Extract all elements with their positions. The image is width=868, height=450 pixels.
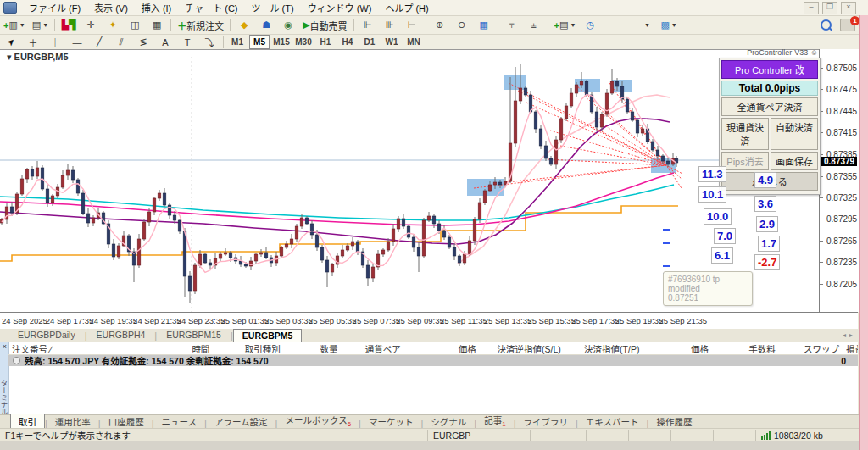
line-chart-icon[interactable]: ⊢ <box>402 17 422 33</box>
terminal-tab-0[interactable]: 取引 <box>10 414 45 429</box>
price-axis[interactable]: 0.875050.874750.874450.874150.873850.873… <box>819 49 859 312</box>
timeframe-w1-button[interactable]: W1 <box>381 35 402 49</box>
column-header-11[interactable]: 損益 <box>846 342 858 354</box>
balance-text: 残高: 154 570 JPY 有効証拠金: 154 570 余剰証拠金: 15… <box>25 354 269 367</box>
search-icon[interactable] <box>815 17 836 33</box>
tile-windows-icon[interactable]: ▦ <box>474 17 494 33</box>
terminal-tab-4[interactable]: アラーム設定 <box>207 414 275 429</box>
template-dropdown-icon[interactable]: ▩▼ <box>658 17 679 33</box>
shapes-tool-icon[interactable]: ⤵ <box>199 34 220 50</box>
web-icon[interactable]: ◉ <box>278 17 298 33</box>
toolbar-separator <box>548 19 548 31</box>
terminal-tab-9[interactable]: ライブラリ <box>516 414 576 429</box>
fibonacci-tool-icon[interactable]: ≶ <box>133 34 153 50</box>
hline-tool-icon[interactable]: — <box>67 34 87 50</box>
channel-tool-icon[interactable]: ⫽ <box>111 34 131 50</box>
terminal-tab-1[interactable]: 運用比率 <box>47 414 98 429</box>
terminal-tab-2[interactable]: 口座履歴 <box>101 414 152 429</box>
smiley-icon[interactable]: ☺ <box>810 48 818 57</box>
terminal-tab-3[interactable]: ニュース <box>154 414 204 429</box>
timeframe-h1-button[interactable]: H1 <box>315 35 336 49</box>
menu-ウ[interactable]: ウィンドウ (W) <box>301 0 379 15</box>
zoom-out-icon[interactable]: ⊖ <box>452 17 472 33</box>
tab-scroll-arrows[interactable]: ◂▸ <box>843 331 856 339</box>
community-icon[interactable]: ☗ <box>256 17 276 33</box>
screen-save-button[interactable]: 画面保存 <box>771 152 818 170</box>
close-all-pairs-button[interactable]: 全通貨ペア決済 <box>721 97 818 116</box>
clock-icon[interactable]: ◷ <box>580 17 600 33</box>
column-header-8[interactable]: 価格 <box>646 342 715 354</box>
arrange-up-icon[interactable]: ⫧ <box>502 17 522 33</box>
menu-挿[interactable]: 挿入 (I) <box>135 0 178 15</box>
menu-ヘ[interactable]: ヘルプ (H) <box>378 0 435 15</box>
column-header-2[interactable]: 取引種別 <box>216 342 287 354</box>
candles-group <box>0 64 678 303</box>
column-header-1[interactable]: 時間 <box>136 342 216 354</box>
timeframe-m5-button[interactable]: M5 <box>249 35 270 49</box>
new-order-button[interactable]: ＋新規注文 <box>175 17 226 33</box>
time-axis[interactable]: 24 Sep 202524 Sep 17:3524 Sep 19:3524 Se… <box>0 312 858 330</box>
terminal-tab-8[interactable]: 記事1 <box>476 413 513 429</box>
column-header-4[interactable]: 通貨ペア <box>345 342 408 354</box>
strategy-tester-icon[interactable]: ▦ <box>147 17 167 33</box>
column-header-3[interactable]: 数量 <box>287 342 345 354</box>
timeframe-m30-button[interactable]: M30 <box>293 35 314 49</box>
timeframe-h4-button[interactable]: H4 <box>337 35 358 49</box>
balance-row[interactable]: 残高: 154 570 JPY 有効証拠金: 154 570 余剰証拠金: 15… <box>8 355 858 366</box>
text-tool-icon[interactable]: A <box>155 34 175 50</box>
market-watch-icon[interactable]: ▙▜ <box>58 17 79 33</box>
chart-symbol-label[interactable]: ▾ EURGBP,M5 <box>7 52 69 63</box>
column-header-0[interactable]: 注文番号 ∕ <box>8 342 136 354</box>
add-chart-icon[interactable]: +▤▼ <box>552 17 579 33</box>
pips-clear-button[interactable]: Pips消去 <box>721 152 769 170</box>
timeframe-m1-button[interactable]: M1 <box>227 35 248 49</box>
timeframe-m15-button[interactable]: M15 <box>271 35 292 49</box>
profiles-icon[interactable]: ▤▼ <box>30 17 51 33</box>
column-header-6[interactable]: 決済逆指値(S/L) <box>483 342 568 354</box>
zoom-in-icon[interactable]: ⊕ <box>430 17 450 33</box>
chart-tab-eurgbph4[interactable]: EURGBPH4 <box>87 328 155 342</box>
auto-close-button[interactable]: 自動決済 <box>771 118 818 150</box>
vline-tool-icon[interactable]: ｜ <box>45 34 65 50</box>
arrange-down-icon[interactable]: ⫨ <box>524 17 544 33</box>
menu-フ[interactable]: ファイル (F) <box>22 0 87 15</box>
terminal-icon[interactable]: ◫ <box>125 17 145 33</box>
column-header-10[interactable]: スワップ <box>782 342 846 354</box>
orders-table-header[interactable]: 注文番号 ∕時間取引種別数量通貨ペア価格決済逆指値(S/L)決済指値(T/P)価… <box>8 342 858 355</box>
column-header-7[interactable]: 決済指値(T/P) <box>568 342 647 354</box>
crosshair-tool-icon[interactable]: ＋ <box>23 34 43 50</box>
close-current-pair-button[interactable]: 現通貨決済 <box>721 118 769 150</box>
auto-trading-button[interactable]: ▶自動売買 <box>300 17 349 33</box>
timeframe-d1-button[interactable]: D1 <box>359 35 380 49</box>
chart-tab-eurgbpdaily[interactable]: EURGBPDaily <box>8 328 85 342</box>
menu-チ[interactable]: チャート (C) <box>178 0 244 15</box>
indicators-dropdown-icon[interactable]: ▼ <box>636 17 656 33</box>
bar-chart-icon[interactable]: ⊩ <box>358 17 378 33</box>
terminal-close-icon[interactable]: × <box>1 342 8 351</box>
close-button[interactable]: × <box>841 2 856 14</box>
menu-ツ[interactable]: ツール (T) <box>245 0 301 15</box>
chart-tab-eurgbpm15[interactable]: EURGBPM15 <box>157 328 231 342</box>
chart-tab-eurgbpm5[interactable]: EURGBPM5 <box>233 329 303 342</box>
data-window-icon[interactable]: ✛ <box>81 17 101 33</box>
menu-表[interactable]: 表示 (V) <box>87 0 135 15</box>
column-header-9[interactable]: 手数料 <box>715 342 782 354</box>
timeframe-mn-button[interactable]: MN <box>403 35 424 49</box>
eraser-icon[interactable]: ◆ <box>234 17 254 33</box>
terminal-tab-7[interactable]: シグナル <box>423 414 474 429</box>
terminal-tab-6[interactable]: マーケット <box>361 414 421 429</box>
notification-icon[interactable]: 1 <box>837 17 858 33</box>
candle-chart-icon[interactable]: ⊪ <box>380 17 400 33</box>
window-bottom-edge <box>0 441 868 450</box>
terminal-tab-11[interactable]: 操作履歴 <box>648 414 699 429</box>
restore-button[interactable]: ❐ <box>822 2 837 14</box>
minimize-button[interactable]: – <box>804 2 819 14</box>
column-header-5[interactable]: 価格 <box>408 342 483 354</box>
toolbar-separator <box>54 19 55 31</box>
label-tool-icon[interactable]: T <box>177 34 198 50</box>
terminal-tab-5[interactable]: メールボックス6 <box>277 413 359 429</box>
trendline-tool-icon[interactable]: ╱ <box>89 34 109 50</box>
status-bar: F1キーでヘルプが表示されます EURGBP 10803/20 kb <box>0 428 868 442</box>
navigator-icon[interactable]: ✦ <box>103 17 123 33</box>
terminal-tab-10[interactable]: エキスパート <box>578 414 647 429</box>
